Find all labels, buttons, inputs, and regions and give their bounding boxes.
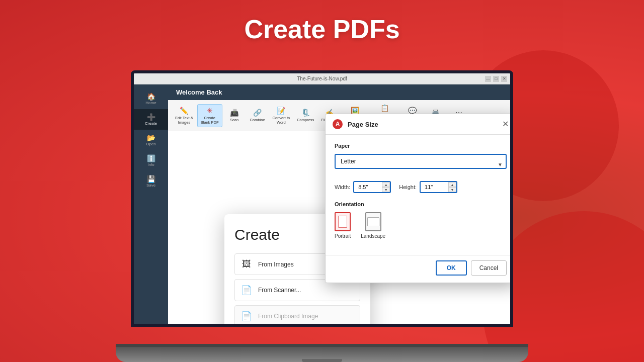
laptop-screen: The-Future-is-Now.pdf — □ ✕ 🏠 Home ➕ [131,70,513,327]
landscape-inner [367,217,379,226]
orientation-options: Portrait Landscape [335,212,507,239]
app-logo: A [333,119,343,129]
landscape-icon [365,212,381,231]
ok-button[interactable]: OK [436,260,467,276]
portrait-inner [338,216,347,228]
orientation-landscape[interactable]: Landscape [361,212,385,239]
dialog-footer: OK Cancel [326,255,513,283]
width-spinners: ▲ ▼ [382,182,390,192]
dialog-title: Page Size [348,121,497,128]
width-label: Width: [335,184,350,190]
page-size-dialog: A Page Size ✕ Paper Letter A4 Legal Cust… [325,114,513,283]
dialog-body: Paper Letter A4 Legal Custom ▼ Width: [326,135,513,255]
dialog-overlay: A Page Size ✕ Paper Letter A4 Legal Cust… [134,84,510,324]
maximize-button[interactable]: □ [493,76,499,82]
portrait-icon [335,212,351,231]
width-decrement-button[interactable]: ▼ [382,187,390,192]
height-decrement-button[interactable]: ▼ [448,187,456,192]
paper-section-label: Paper [335,143,507,149]
width-input-wrap: ▲ ▼ [353,181,391,193]
window-controls: — □ ✕ [485,76,507,82]
laptop-notch [302,359,342,362]
dimensions-row: Width: ▲ ▼ Height: [335,181,507,193]
orientation-portrait[interactable]: Portrait [335,212,351,239]
paper-select-wrapper: Letter A4 Legal Custom ▼ [335,154,507,175]
close-button[interactable]: ✕ [501,76,507,82]
orientation-label: Orientation [335,201,507,207]
laptop-frame: The-Future-is-Now.pdf — □ ✕ 🏠 Home ➕ [116,70,528,362]
height-group: Height: ▲ ▼ [399,181,457,193]
page-title: Create PDFs [244,14,399,44]
height-increment-button[interactable]: ▲ [448,182,456,187]
orientation-section: Orientation Portrait [335,201,507,239]
width-increment-button[interactable]: ▲ [382,182,390,187]
minimize-button[interactable]: — [485,76,491,82]
landscape-label: Landscape [361,233,385,239]
paper-size-select[interactable]: Letter A4 Legal Custom [335,154,507,169]
dialog-header: A Page Size ✕ [326,114,513,135]
portrait-label: Portrait [335,233,351,239]
laptop-base [116,347,528,362]
height-input-wrap: ▲ ▼ [420,181,457,193]
title-bar: The-Future-is-Now.pdf — □ ✕ [134,73,510,84]
cancel-button[interactable]: Cancel [471,260,507,276]
height-label: Height: [399,184,417,190]
height-spinners: ▲ ▼ [448,182,456,192]
window-title: The-Future-is-Now.pdf [297,76,347,81]
width-group: Width: ▲ ▼ [335,181,391,193]
dialog-close-button[interactable]: ✕ [502,120,509,128]
